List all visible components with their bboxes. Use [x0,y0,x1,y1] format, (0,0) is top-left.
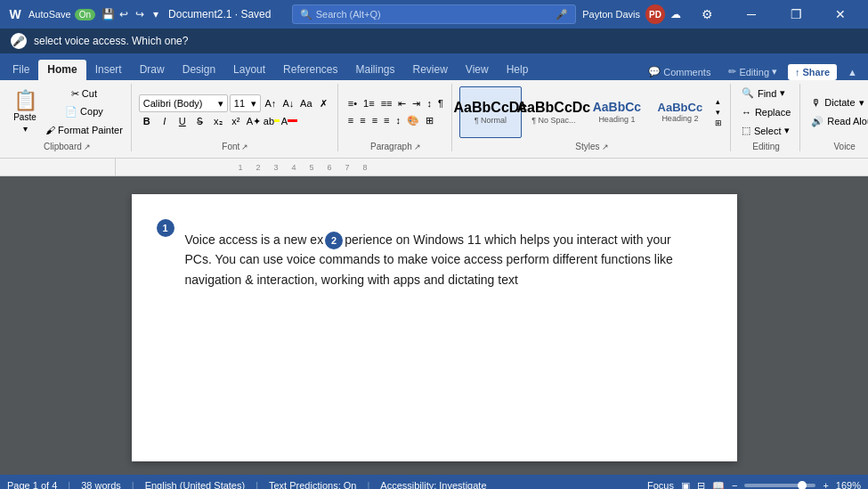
styles-expand-icon[interactable]: ↗ [602,143,609,151]
restore-btn[interactable]: ❐ [775,0,816,29]
replace-btn[interactable]: ↔ Replace [738,103,794,121]
settings-btn[interactable]: ⚙ [686,0,727,29]
voice-bar-command: select voice access. Which one? [34,35,188,47]
editing-label: Editing [739,67,769,77]
copy-btn[interactable]: 📄 Copy [43,104,126,120]
font-shrink-btn[interactable]: A↓ [280,95,296,111]
borders-btn[interactable]: ⊞ [423,112,436,128]
format-painter-btn[interactable]: 🖌 Format Painter [43,122,126,138]
ribbon-collapse-btn[interactable]: ▲ [840,64,864,80]
underline-btn[interactable]: U [174,113,191,129]
paragraph-row-2: ≡ ≡ ≡ ≡ ↕ 🎨 ⊞ [345,112,446,128]
document-area[interactable]: 1 Voice access is a new ex2perience on W… [0,176,868,475]
editing-btn-tab[interactable]: ✏ Editing ▾ [721,63,784,80]
zoom-in-btn[interactable]: + [823,480,828,489]
line-spacing-btn[interactable]: ↕ [393,112,404,128]
styles-scroll-up[interactable]: ▴ [716,97,720,106]
tab-help[interactable]: Help [498,60,538,80]
tab-mailings[interactable]: Mailings [346,60,403,80]
style-no-space[interactable]: AaBbCcDc ¶ No Spac... [523,86,585,138]
font-color-btn[interactable]: A [281,113,297,129]
italic-btn[interactable]: I [157,113,173,129]
bullets-btn[interactable]: ≡• [345,95,360,111]
autosave-toggle[interactable]: On [75,9,95,20]
clipboard-expand-icon[interactable]: ↗ [84,143,91,151]
show-marks-btn[interactable]: ¶ [435,95,446,111]
change-case-btn[interactable]: Aa [298,95,314,111]
tab-file[interactable]: File [4,60,38,80]
tab-references[interactable]: References [274,60,346,80]
ruler-margin-left [0,159,116,175]
paste-btn[interactable]: 📋 Paste ▾ [9,86,41,138]
share-btn[interactable]: ↑ Share [788,64,837,80]
view-icon-web[interactable]: ⊟ [697,480,705,490]
tab-review[interactable]: Review [404,60,457,80]
quick-access-more[interactable]: ▾ [149,7,163,21]
shading-btn[interactable]: 🎨 [404,112,422,128]
find-btn[interactable]: 🔍 Find ▾ [738,85,794,102]
paragraph-expand-icon[interactable]: ↗ [414,143,421,151]
subscript-btn[interactable]: x₂ [210,113,226,129]
align-left-btn[interactable]: ≡ [345,112,356,128]
comments-btn[interactable]: 💬 Comments [641,63,718,80]
document-text[interactable]: Voice access is a new ex2perience on Win… [185,230,684,289]
close-btn[interactable]: ✕ [820,0,861,29]
styles-scroll-down[interactable]: ▾ [716,108,720,117]
read-aloud-btn[interactable]: 🔊 Read Aloud [807,112,868,130]
styles-scroll[interactable]: ▴ ▾ ⊞ [712,97,725,127]
tab-layout[interactable]: Layout [224,60,274,80]
font-grow-btn[interactable]: A↑ [263,95,279,111]
sort-btn[interactable]: ↕ [424,95,434,111]
status-accessibility[interactable]: Accessibility: Investigate [380,480,486,489]
focus-btn[interactable]: Focus [647,480,674,489]
paragraph-content: ≡• 1≡ ≡≡ ⇤ ⇥ ↕ ¶ ≡ ≡ ≡ ≡ ↕ 🎨 ⊞ [345,84,446,140]
numbering-btn[interactable]: 1≡ [361,95,377,111]
voice-group: 🎙 Dictate ▾ 🔊 Read Aloud Voice [802,84,868,151]
style-heading2-label: Heading 2 [661,114,698,123]
undo-icon[interactable]: ↩ [117,7,131,21]
save-icon[interactable]: 💾 [101,7,115,21]
multilevel-btn[interactable]: ≡≡ [378,95,395,111]
tab-design[interactable]: Design [174,60,224,80]
superscript-btn[interactable]: x² [228,113,244,129]
status-bar: Page 1 of 4 | 38 words | English (United… [0,475,868,489]
tab-home[interactable]: Home [38,60,85,80]
zoom-slider[interactable] [744,484,815,487]
styles-content: AaBbCcDc ¶ Normal AaBbCcDc ¶ No Spac... … [459,84,725,140]
font-size-value: 11 [234,98,245,109]
title-bar-center: 🔍 Search (Alt+Q) 🎤 [292,4,577,24]
style-heading1-label: Heading 1 [598,115,635,124]
redo-icon[interactable]: ↪ [133,7,147,21]
minimize-btn[interactable]: ─ [731,0,772,29]
zoom-out-btn[interactable]: − [732,480,737,489]
bold-btn[interactable]: B [139,113,155,129]
tab-draw[interactable]: Draw [131,60,174,80]
styles-expand[interactable]: ⊞ [715,118,722,127]
strikethrough-btn[interactable]: S̶ [192,113,208,129]
view-icon-read[interactable]: 📖 [712,480,725,490]
font-size-selector[interactable]: 11 ▾ [230,94,261,112]
view-icon-page[interactable]: ▣ [681,480,690,490]
dictate-btn[interactable]: 🎙 Dictate ▾ [807,94,868,111]
tab-view[interactable]: View [457,60,498,80]
style-heading2[interactable]: AaBbCc Heading 2 [649,86,711,138]
text-effects-btn[interactable]: A✦ [246,113,262,129]
cloud-icon[interactable]: ☁ [669,7,683,21]
decrease-indent-btn[interactable]: ⇤ [395,95,409,111]
comments-label: Comments [663,67,710,77]
justify-btn[interactable]: ≡ [381,112,392,128]
align-center-btn[interactable]: ≡ [357,112,368,128]
clear-format-btn[interactable]: ✗ [316,95,332,111]
increase-indent-btn[interactable]: ⇥ [410,95,423,111]
select-icon: ⬚ [742,125,750,136]
font-family-selector[interactable]: Calibri (Body) ▾ [139,94,228,112]
style-heading1[interactable]: AaBbCc Heading 1 [586,86,648,138]
cut-btn[interactable]: ✂ Cut [43,86,126,102]
style-normal[interactable]: AaBbCcDc ¶ Normal [459,86,522,138]
highlight-btn[interactable]: ab [264,113,280,129]
select-btn[interactable]: ⬚ Select ▾ [738,122,794,140]
align-right-btn[interactable]: ≡ [369,112,380,128]
font-expand-icon[interactable]: ↗ [241,143,248,151]
tab-insert[interactable]: Insert [86,60,131,80]
replace-label: Replace [755,107,791,118]
